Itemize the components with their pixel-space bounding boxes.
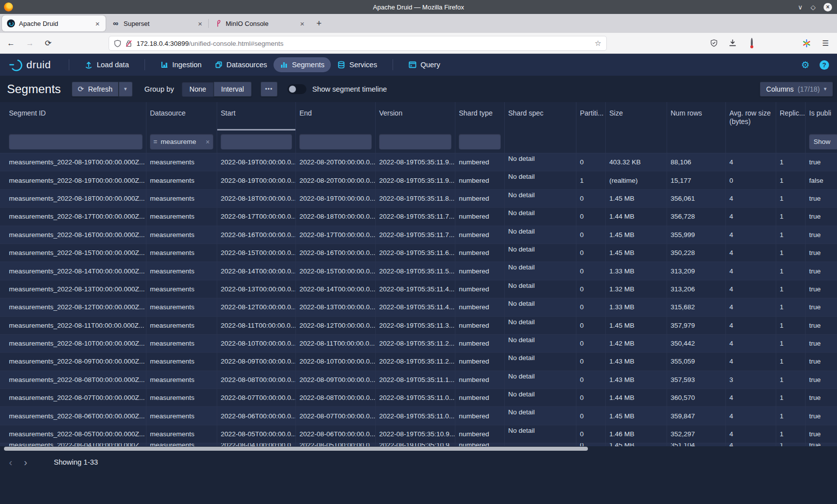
table-row[interactable]: measurements_2022-08-19T00:00:00.000Z...… (0, 171, 837, 189)
prev-page-button[interactable]: ‹ (9, 457, 24, 468)
cell-datasource: measurements (146, 280, 217, 298)
segment-timeline-toggle[interactable] (287, 84, 306, 94)
cell-num-rows: 350,228 (667, 244, 726, 261)
new-tab-button[interactable]: + (310, 18, 328, 29)
header-shard-spec[interactable]: Shard spec (505, 102, 576, 130)
table-row[interactable]: measurements_2022-08-17T00:00:00.000Z...… (0, 208, 837, 226)
table-row[interactable]: measurements_2022-08-13T00:00:00.000Z...… (0, 280, 837, 298)
columns-count: (17/18) (798, 85, 820, 93)
is-published-filter[interactable]: Show (809, 134, 837, 149)
table-header-row: Segment IDDatasourceStartEndVersionShard… (0, 102, 837, 130)
bookmark-star-icon[interactable]: ☆ (595, 39, 601, 48)
table-row[interactable]: measurements_2022-08-07T00:00:00.000Z...… (0, 389, 837, 407)
columns-button[interactable]: Columns (17/18) ▾ (760, 82, 833, 97)
header-datasource[interactable]: Datasource (146, 102, 217, 130)
header-size[interactable]: Size (606, 102, 667, 130)
header-avg-row-size[interactable]: Avg. row size (bytes) (726, 102, 776, 130)
cell-segment-id: measurements_2022-08-17T00:00:00.000Z... (0, 208, 146, 225)
url-path: /unified-console.html#segments (189, 40, 283, 47)
shield-icon[interactable] (114, 40, 121, 47)
cell-num-rows: 356,061 (667, 190, 726, 207)
more-options-button[interactable]: ••• (261, 82, 278, 97)
cell-num-rows: 350,442 (667, 335, 726, 352)
scrollbar-thumb[interactable] (4, 447, 588, 451)
table-row[interactable]: measurements_2022-08-05T00:00:00.000Z...… (0, 425, 837, 443)
druid-logo[interactable]: druid (8, 57, 51, 72)
tab-close-icon[interactable]: × (197, 19, 203, 28)
header-segment-id[interactable]: Segment ID (0, 102, 146, 130)
tab-apache-druid[interactable]: Apache Druid × (2, 15, 106, 31)
nav-item-services[interactable]: Services (331, 57, 384, 72)
protections-shield-icon[interactable] (710, 39, 719, 47)
group-by-none-button[interactable]: None (182, 82, 213, 97)
filter-input-segment-id[interactable] (9, 134, 142, 149)
table-row[interactable]: measurements_2022-08-08T00:00:00.000Z...… (0, 371, 837, 389)
insecure-lock-icon[interactable] (126, 40, 132, 47)
datasource-filter-chip[interactable]: =measureme× (150, 134, 213, 149)
maximize-icon[interactable]: ◇ (811, 4, 816, 10)
minimize-icon[interactable]: ∨ (798, 4, 803, 10)
header-shard-type[interactable]: Shard type (455, 102, 505, 130)
close-icon[interactable]: × (824, 3, 832, 11)
download-icon[interactable] (729, 39, 738, 47)
reload-button[interactable]: ⟳ (45, 38, 51, 48)
cell-segment-id: measurements_2022-08-07T00:00:00.000Z... (0, 389, 146, 406)
hamburger-menu-icon[interactable]: ☰ (821, 39, 830, 48)
nav-item-query[interactable]: Query (402, 57, 447, 72)
cell-avg-row-size: 4 (726, 208, 776, 225)
colorful-extension-icon[interactable] (803, 39, 812, 47)
table-row[interactable]: measurements_2022-08-18T00:00:00.000Z...… (0, 190, 837, 208)
cell-shard-type: numbered (455, 335, 505, 352)
segment-timeline-label: Show segment timeline (312, 85, 387, 93)
cell-version: 2022-08-19T05:35:11.7... (376, 208, 455, 225)
header-replicas[interactable]: Replic... (776, 102, 806, 130)
table-row[interactable]: measurements_2022-08-11T00:00:00.000Z...… (0, 317, 837, 335)
cell-avg-row-size: 4 (726, 153, 776, 171)
remove-filter-icon[interactable]: × (206, 138, 210, 146)
nav-item-load-data[interactable]: Load data (78, 57, 136, 72)
cell-version: 2022-08-19T05:35:11.8... (376, 190, 455, 207)
header-version[interactable]: Version (376, 102, 455, 130)
nav-item-ingestion[interactable]: Ingestion (154, 57, 208, 72)
table-row[interactable]: measurements_2022-08-19T00:00:00.000Z...… (0, 153, 837, 171)
cell-shard-spec: No detail (505, 425, 576, 443)
cell-end: 2022-08-13T00:00:00.0... (296, 298, 376, 316)
header-start[interactable]: Start (217, 102, 296, 130)
refresh-button[interactable]: ⟳ Refresh (72, 82, 119, 97)
extension-icon[interactable] (747, 39, 756, 47)
next-page-button[interactable]: › (24, 457, 39, 468)
header-end[interactable]: End (296, 102, 376, 130)
header-num-rows[interactable]: Num rows (667, 102, 726, 130)
cell-datasource: measurements (146, 171, 217, 189)
table-row[interactable]: measurements_2022-08-09T00:00:00.000Z...… (0, 353, 837, 371)
back-button[interactable]: ← (7, 39, 15, 48)
refresh-dropdown-button[interactable]: ▾ (119, 82, 133, 97)
filter-input-shard-type[interactable] (459, 134, 501, 149)
table-row[interactable]: measurements_2022-08-15T00:00:00.000Z...… (0, 244, 837, 262)
filter-input-end[interactable] (299, 134, 372, 149)
group-by-interval-button[interactable]: Interval (214, 82, 252, 97)
tab-minio-console[interactable]: MinIO Console × (209, 15, 310, 31)
table-row[interactable]: measurements_2022-08-12T00:00:00.000Z...… (0, 298, 837, 316)
url-input[interactable]: 172.18.0.4:30899/unified-console.html#se… (109, 36, 607, 51)
cell-is-published: true (806, 208, 837, 225)
table-row[interactable]: measurements_2022-08-06T00:00:00.000Z...… (0, 407, 837, 425)
table-row[interactable]: measurements_2022-08-16T00:00:00.000Z...… (0, 226, 837, 244)
header-partitions[interactable]: Partiti... (576, 102, 606, 130)
cell-start: 2022-08-19T00:00:00.0... (217, 153, 296, 171)
help-icon[interactable]: ? (820, 60, 829, 70)
tab-close-icon[interactable]: × (299, 19, 305, 28)
nav-item-datasources[interactable]: Datasources (208, 57, 274, 72)
table-row[interactable]: measurements_2022-08-14T00:00:00.000Z...… (0, 262, 837, 280)
tab-close-icon[interactable]: × (94, 19, 101, 28)
cell-size: 1.32 MB (606, 280, 667, 298)
header-is-published[interactable]: Is publi (806, 102, 837, 130)
table-row[interactable]: measurements_2022-08-10T00:00:00.000Z...… (0, 335, 837, 353)
filter-input-start[interactable] (221, 134, 292, 149)
tab-superset[interactable]: ∞ Superset × (107, 15, 208, 31)
filter-input-version[interactable] (379, 134, 451, 149)
nav-item-segments[interactable]: Segments (274, 57, 331, 72)
settings-gear-icon[interactable]: ⚙ (801, 59, 810, 71)
forward-button[interactable]: → (26, 39, 34, 48)
cell-num-rows: 15,177 (667, 171, 726, 189)
